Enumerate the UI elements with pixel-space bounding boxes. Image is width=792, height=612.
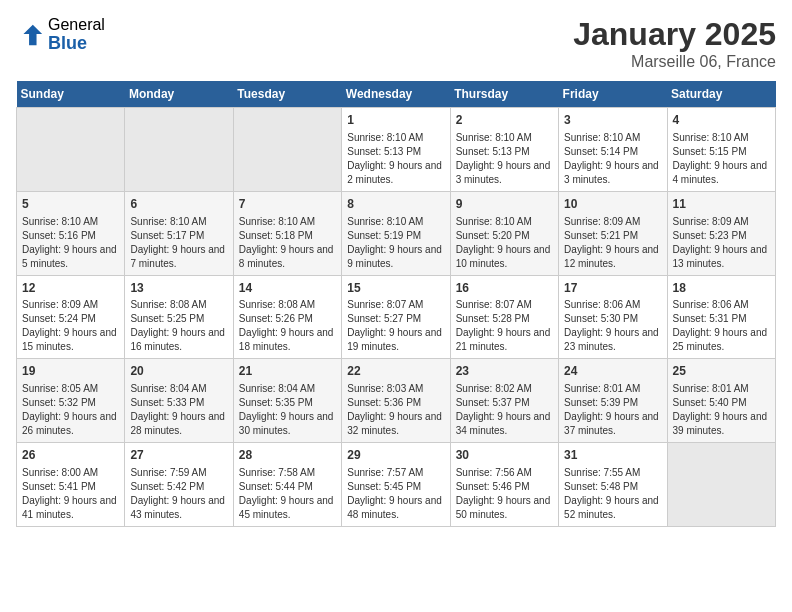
calendar-cell: 24Sunrise: 8:01 AM Sunset: 5:39 PM Dayli… bbox=[559, 359, 667, 443]
day-info: Sunrise: 8:07 AM Sunset: 5:27 PM Dayligh… bbox=[347, 298, 444, 354]
day-number: 12 bbox=[22, 280, 119, 297]
day-info: Sunrise: 8:08 AM Sunset: 5:25 PM Dayligh… bbox=[130, 298, 227, 354]
calendar-cell: 30Sunrise: 7:56 AM Sunset: 5:46 PM Dayli… bbox=[450, 443, 558, 527]
day-info: Sunrise: 8:10 AM Sunset: 5:18 PM Dayligh… bbox=[239, 215, 336, 271]
calendar-cell: 17Sunrise: 8:06 AM Sunset: 5:30 PM Dayli… bbox=[559, 275, 667, 359]
day-info: Sunrise: 8:05 AM Sunset: 5:32 PM Dayligh… bbox=[22, 382, 119, 438]
calendar-cell: 18Sunrise: 8:06 AM Sunset: 5:31 PM Dayli… bbox=[667, 275, 775, 359]
day-number: 19 bbox=[22, 363, 119, 380]
calendar-cell: 22Sunrise: 8:03 AM Sunset: 5:36 PM Dayli… bbox=[342, 359, 450, 443]
day-number: 4 bbox=[673, 112, 770, 129]
day-number: 27 bbox=[130, 447, 227, 464]
calendar-cell: 9Sunrise: 8:10 AM Sunset: 5:20 PM Daylig… bbox=[450, 191, 558, 275]
calendar-cell: 27Sunrise: 7:59 AM Sunset: 5:42 PM Dayli… bbox=[125, 443, 233, 527]
calendar-cell: 5Sunrise: 8:10 AM Sunset: 5:16 PM Daylig… bbox=[17, 191, 125, 275]
calendar-cell: 21Sunrise: 8:04 AM Sunset: 5:35 PM Dayli… bbox=[233, 359, 341, 443]
day-number: 6 bbox=[130, 196, 227, 213]
calendar-cell: 26Sunrise: 8:00 AM Sunset: 5:41 PM Dayli… bbox=[17, 443, 125, 527]
day-info: Sunrise: 8:10 AM Sunset: 5:13 PM Dayligh… bbox=[456, 131, 553, 187]
day-info: Sunrise: 7:55 AM Sunset: 5:48 PM Dayligh… bbox=[564, 466, 661, 522]
calendar-week-row: 26Sunrise: 8:00 AM Sunset: 5:41 PM Dayli… bbox=[17, 443, 776, 527]
calendar-cell: 15Sunrise: 8:07 AM Sunset: 5:27 PM Dayli… bbox=[342, 275, 450, 359]
day-number: 26 bbox=[22, 447, 119, 464]
day-number: 15 bbox=[347, 280, 444, 297]
day-number: 5 bbox=[22, 196, 119, 213]
calendar-cell: 14Sunrise: 8:08 AM Sunset: 5:26 PM Dayli… bbox=[233, 275, 341, 359]
page-subtitle: Marseille 06, France bbox=[573, 53, 776, 71]
calendar-cell: 4Sunrise: 8:10 AM Sunset: 5:15 PM Daylig… bbox=[667, 108, 775, 192]
page-header: General Blue January 2025 Marseille 06, … bbox=[16, 16, 776, 71]
calendar-cell: 6Sunrise: 8:10 AM Sunset: 5:17 PM Daylig… bbox=[125, 191, 233, 275]
day-info: Sunrise: 8:10 AM Sunset: 5:20 PM Dayligh… bbox=[456, 215, 553, 271]
day-info: Sunrise: 8:09 AM Sunset: 5:23 PM Dayligh… bbox=[673, 215, 770, 271]
day-number: 8 bbox=[347, 196, 444, 213]
logo-icon bbox=[16, 21, 44, 49]
weekday-header: Friday bbox=[559, 81, 667, 108]
day-number: 2 bbox=[456, 112, 553, 129]
day-info: Sunrise: 8:10 AM Sunset: 5:15 PM Dayligh… bbox=[673, 131, 770, 187]
day-info: Sunrise: 8:10 AM Sunset: 5:13 PM Dayligh… bbox=[347, 131, 444, 187]
weekday-header: Saturday bbox=[667, 81, 775, 108]
day-number: 17 bbox=[564, 280, 661, 297]
calendar-cell: 12Sunrise: 8:09 AM Sunset: 5:24 PM Dayli… bbox=[17, 275, 125, 359]
day-info: Sunrise: 8:08 AM Sunset: 5:26 PM Dayligh… bbox=[239, 298, 336, 354]
calendar-cell: 11Sunrise: 8:09 AM Sunset: 5:23 PM Dayli… bbox=[667, 191, 775, 275]
calendar-cell: 19Sunrise: 8:05 AM Sunset: 5:32 PM Dayli… bbox=[17, 359, 125, 443]
calendar-cell: 29Sunrise: 7:57 AM Sunset: 5:45 PM Dayli… bbox=[342, 443, 450, 527]
day-info: Sunrise: 7:59 AM Sunset: 5:42 PM Dayligh… bbox=[130, 466, 227, 522]
day-number: 10 bbox=[564, 196, 661, 213]
day-number: 29 bbox=[347, 447, 444, 464]
day-info: Sunrise: 8:07 AM Sunset: 5:28 PM Dayligh… bbox=[456, 298, 553, 354]
calendar-week-row: 12Sunrise: 8:09 AM Sunset: 5:24 PM Dayli… bbox=[17, 275, 776, 359]
day-number: 13 bbox=[130, 280, 227, 297]
calendar-cell: 25Sunrise: 8:01 AM Sunset: 5:40 PM Dayli… bbox=[667, 359, 775, 443]
title-block: January 2025 Marseille 06, France bbox=[573, 16, 776, 71]
logo-text: General Blue bbox=[48, 16, 105, 53]
day-info: Sunrise: 8:01 AM Sunset: 5:39 PM Dayligh… bbox=[564, 382, 661, 438]
day-number: 18 bbox=[673, 280, 770, 297]
day-info: Sunrise: 8:04 AM Sunset: 5:35 PM Dayligh… bbox=[239, 382, 336, 438]
calendar-header-row: SundayMondayTuesdayWednesdayThursdayFrid… bbox=[17, 81, 776, 108]
day-info: Sunrise: 8:03 AM Sunset: 5:36 PM Dayligh… bbox=[347, 382, 444, 438]
day-info: Sunrise: 8:09 AM Sunset: 5:21 PM Dayligh… bbox=[564, 215, 661, 271]
calendar-week-row: 5Sunrise: 8:10 AM Sunset: 5:16 PM Daylig… bbox=[17, 191, 776, 275]
day-number: 28 bbox=[239, 447, 336, 464]
day-info: Sunrise: 8:04 AM Sunset: 5:33 PM Dayligh… bbox=[130, 382, 227, 438]
day-info: Sunrise: 8:10 AM Sunset: 5:17 PM Dayligh… bbox=[130, 215, 227, 271]
calendar-table: SundayMondayTuesdayWednesdayThursdayFrid… bbox=[16, 81, 776, 527]
calendar-cell bbox=[125, 108, 233, 192]
calendar-cell: 10Sunrise: 8:09 AM Sunset: 5:21 PM Dayli… bbox=[559, 191, 667, 275]
weekday-header: Tuesday bbox=[233, 81, 341, 108]
calendar-cell: 2Sunrise: 8:10 AM Sunset: 5:13 PM Daylig… bbox=[450, 108, 558, 192]
calendar-week-row: 1Sunrise: 8:10 AM Sunset: 5:13 PM Daylig… bbox=[17, 108, 776, 192]
day-number: 7 bbox=[239, 196, 336, 213]
day-number: 24 bbox=[564, 363, 661, 380]
day-info: Sunrise: 8:09 AM Sunset: 5:24 PM Dayligh… bbox=[22, 298, 119, 354]
day-info: Sunrise: 8:10 AM Sunset: 5:19 PM Dayligh… bbox=[347, 215, 444, 271]
logo-blue: Blue bbox=[48, 34, 105, 54]
day-number: 25 bbox=[673, 363, 770, 380]
day-info: Sunrise: 8:10 AM Sunset: 5:16 PM Dayligh… bbox=[22, 215, 119, 271]
day-number: 30 bbox=[456, 447, 553, 464]
weekday-header: Thursday bbox=[450, 81, 558, 108]
day-number: 1 bbox=[347, 112, 444, 129]
page-title: January 2025 bbox=[573, 16, 776, 53]
day-info: Sunrise: 8:00 AM Sunset: 5:41 PM Dayligh… bbox=[22, 466, 119, 522]
day-info: Sunrise: 7:58 AM Sunset: 5:44 PM Dayligh… bbox=[239, 466, 336, 522]
calendar-week-row: 19Sunrise: 8:05 AM Sunset: 5:32 PM Dayli… bbox=[17, 359, 776, 443]
calendar-cell: 20Sunrise: 8:04 AM Sunset: 5:33 PM Dayli… bbox=[125, 359, 233, 443]
calendar-cell bbox=[233, 108, 341, 192]
day-number: 11 bbox=[673, 196, 770, 213]
day-number: 22 bbox=[347, 363, 444, 380]
logo: General Blue bbox=[16, 16, 105, 53]
day-number: 3 bbox=[564, 112, 661, 129]
calendar-cell: 1Sunrise: 8:10 AM Sunset: 5:13 PM Daylig… bbox=[342, 108, 450, 192]
calendar-cell: 16Sunrise: 8:07 AM Sunset: 5:28 PM Dayli… bbox=[450, 275, 558, 359]
weekday-header: Wednesday bbox=[342, 81, 450, 108]
calendar-cell: 8Sunrise: 8:10 AM Sunset: 5:19 PM Daylig… bbox=[342, 191, 450, 275]
day-info: Sunrise: 8:10 AM Sunset: 5:14 PM Dayligh… bbox=[564, 131, 661, 187]
day-number: 9 bbox=[456, 196, 553, 213]
day-number: 23 bbox=[456, 363, 553, 380]
day-number: 21 bbox=[239, 363, 336, 380]
calendar-cell: 23Sunrise: 8:02 AM Sunset: 5:37 PM Dayli… bbox=[450, 359, 558, 443]
